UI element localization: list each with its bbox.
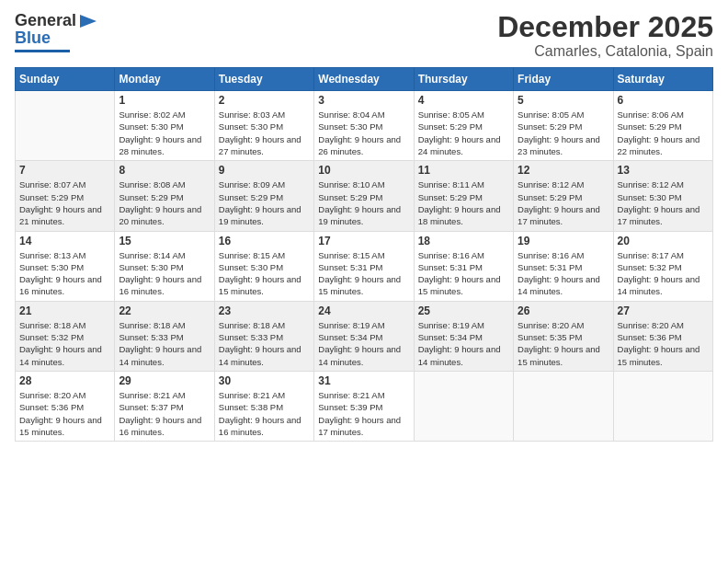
day-info: Sunrise: 8:12 AM Sunset: 5:29 PM Dayligh… — [518, 178, 609, 227]
day-info: Sunrise: 8:08 AM Sunset: 5:29 PM Dayligh… — [119, 178, 210, 227]
calendar-table: Sunday Monday Tuesday Wednesday Thursday… — [15, 67, 713, 442]
table-row: 15Sunrise: 8:14 AM Sunset: 5:30 PM Dayli… — [115, 231, 214, 301]
table-row: 14Sunrise: 8:13 AM Sunset: 5:30 PM Dayli… — [16, 231, 115, 301]
day-number: 30 — [219, 374, 310, 387]
day-info: Sunrise: 8:17 AM Sunset: 5:32 PM Dayligh… — [618, 249, 709, 298]
day-info: Sunrise: 8:20 AM Sunset: 5:36 PM Dayligh… — [618, 319, 709, 368]
table-row: 20Sunrise: 8:17 AM Sunset: 5:32 PM Dayli… — [613, 231, 712, 301]
day-number: 24 — [318, 304, 409, 317]
day-info: Sunrise: 8:13 AM Sunset: 5:30 PM Dayligh… — [19, 249, 110, 298]
table-row — [16, 91, 115, 161]
title-block: December 2025 Camarles, Catalonia, Spain — [497, 11, 713, 60]
day-number: 20 — [618, 235, 709, 247]
day-info: Sunrise: 8:20 AM Sunset: 5:35 PM Dayligh… — [518, 319, 609, 368]
day-info: Sunrise: 8:21 AM Sunset: 5:39 PM Dayligh… — [318, 389, 409, 438]
day-number: 18 — [418, 235, 509, 247]
day-number: 31 — [318, 374, 409, 387]
day-info: Sunrise: 8:09 AM Sunset: 5:29 PM Dayligh… — [219, 178, 310, 227]
table-row: 10Sunrise: 8:10 AM Sunset: 5:29 PM Dayli… — [314, 161, 414, 231]
day-number: 7 — [19, 164, 110, 177]
table-row: 4Sunrise: 8:05 AM Sunset: 5:29 PM Daylig… — [414, 91, 513, 161]
day-number: 26 — [518, 304, 609, 317]
table-row: 6Sunrise: 8:06 AM Sunset: 5:29 PM Daylig… — [613, 91, 712, 161]
table-row — [414, 371, 513, 441]
day-info: Sunrise: 8:21 AM Sunset: 5:38 PM Dayligh… — [219, 389, 310, 438]
table-row: 12Sunrise: 8:12 AM Sunset: 5:29 PM Dayli… — [514, 161, 613, 231]
day-number: 27 — [618, 304, 709, 317]
day-info: Sunrise: 8:14 AM Sunset: 5:30 PM Dayligh… — [119, 249, 210, 298]
day-number: 13 — [618, 164, 709, 177]
table-row: 13Sunrise: 8:12 AM Sunset: 5:30 PM Dayli… — [613, 161, 712, 231]
calendar-week-row: 14Sunrise: 8:13 AM Sunset: 5:30 PM Dayli… — [16, 231, 713, 301]
logo-blue: Blue — [15, 29, 51, 47]
logo-general: General — [15, 11, 76, 30]
day-number: 4 — [418, 94, 509, 107]
day-number: 15 — [119, 235, 210, 247]
table-row: 2Sunrise: 8:03 AM Sunset: 5:30 PM Daylig… — [214, 91, 313, 161]
table-row: 28Sunrise: 8:20 AM Sunset: 5:36 PM Dayli… — [16, 371, 115, 441]
day-info: Sunrise: 8:19 AM Sunset: 5:34 PM Dayligh… — [418, 319, 509, 368]
header-wednesday: Wednesday — [314, 68, 414, 91]
day-number: 23 — [219, 304, 310, 317]
table-row: 8Sunrise: 8:08 AM Sunset: 5:29 PM Daylig… — [115, 161, 214, 231]
day-info: Sunrise: 8:18 AM Sunset: 5:32 PM Dayligh… — [19, 319, 110, 368]
page: General Blue December 2025 Camarles, Cat… — [0, 0, 728, 563]
table-row: 23Sunrise: 8:18 AM Sunset: 5:33 PM Dayli… — [214, 301, 313, 371]
day-number: 19 — [518, 235, 609, 247]
day-info: Sunrise: 8:15 AM Sunset: 5:30 PM Dayligh… — [219, 249, 310, 298]
table-row: 24Sunrise: 8:19 AM Sunset: 5:34 PM Dayli… — [314, 301, 414, 371]
header-thursday: Thursday — [414, 68, 513, 91]
calendar-header-row: Sunday Monday Tuesday Wednesday Thursday… — [16, 68, 713, 91]
day-info: Sunrise: 8:19 AM Sunset: 5:34 PM Dayligh… — [318, 319, 409, 368]
svg-marker-0 — [80, 15, 97, 28]
header-monday: Monday — [115, 68, 214, 91]
calendar-week-row: 7Sunrise: 8:07 AM Sunset: 5:29 PM Daylig… — [16, 161, 713, 231]
table-row: 30Sunrise: 8:21 AM Sunset: 5:38 PM Dayli… — [214, 371, 313, 441]
header-sunday: Sunday — [16, 68, 115, 91]
table-row: 17Sunrise: 8:15 AM Sunset: 5:31 PM Dayli… — [314, 231, 414, 301]
table-row: 26Sunrise: 8:20 AM Sunset: 5:35 PM Dayli… — [514, 301, 613, 371]
day-number: 11 — [418, 164, 509, 177]
table-row: 27Sunrise: 8:20 AM Sunset: 5:36 PM Dayli… — [613, 301, 712, 371]
table-row: 11Sunrise: 8:11 AM Sunset: 5:29 PM Dayli… — [414, 161, 513, 231]
table-row: 25Sunrise: 8:19 AM Sunset: 5:34 PM Dayli… — [414, 301, 513, 371]
day-info: Sunrise: 8:02 AM Sunset: 5:30 PM Dayligh… — [119, 109, 210, 157]
day-info: Sunrise: 8:16 AM Sunset: 5:31 PM Dayligh… — [418, 249, 509, 298]
day-number: 5 — [518, 94, 609, 107]
day-number: 25 — [418, 304, 509, 317]
day-info: Sunrise: 8:05 AM Sunset: 5:29 PM Dayligh… — [518, 109, 609, 157]
table-row: 18Sunrise: 8:16 AM Sunset: 5:31 PM Dayli… — [414, 231, 513, 301]
table-row: 16Sunrise: 8:15 AM Sunset: 5:30 PM Dayli… — [214, 231, 313, 301]
day-info: Sunrise: 8:07 AM Sunset: 5:29 PM Dayligh… — [19, 178, 110, 227]
logo-flag-icon — [78, 13, 98, 29]
table-row: 31Sunrise: 8:21 AM Sunset: 5:39 PM Dayli… — [314, 371, 414, 441]
day-number: 16 — [219, 235, 310, 247]
calendar-week-row: 28Sunrise: 8:20 AM Sunset: 5:36 PM Dayli… — [16, 371, 713, 441]
table-row: 19Sunrise: 8:16 AM Sunset: 5:31 PM Dayli… — [514, 231, 613, 301]
day-number: 10 — [318, 164, 409, 177]
day-info: Sunrise: 8:15 AM Sunset: 5:31 PM Dayligh… — [318, 249, 409, 298]
day-number: 3 — [318, 94, 409, 107]
logo-underline — [15, 50, 70, 52]
header-saturday: Saturday — [613, 68, 712, 91]
day-number: 12 — [518, 164, 609, 177]
month-title: December 2025 — [497, 11, 713, 43]
header-tuesday: Tuesday — [214, 68, 313, 91]
day-info: Sunrise: 8:11 AM Sunset: 5:29 PM Dayligh… — [418, 178, 509, 227]
day-info: Sunrise: 8:12 AM Sunset: 5:30 PM Dayligh… — [618, 178, 709, 227]
day-info: Sunrise: 8:21 AM Sunset: 5:37 PM Dayligh… — [119, 389, 210, 438]
table-row: 9Sunrise: 8:09 AM Sunset: 5:29 PM Daylig… — [214, 161, 313, 231]
header-friday: Friday — [514, 68, 613, 91]
table-row: 21Sunrise: 8:18 AM Sunset: 5:32 PM Dayli… — [16, 301, 115, 371]
day-number: 9 — [219, 164, 310, 177]
table-row: 5Sunrise: 8:05 AM Sunset: 5:29 PM Daylig… — [514, 91, 613, 161]
table-row: 7Sunrise: 8:07 AM Sunset: 5:29 PM Daylig… — [16, 161, 115, 231]
location-title: Camarles, Catalonia, Spain — [497, 43, 713, 60]
day-info: Sunrise: 8:04 AM Sunset: 5:30 PM Dayligh… — [318, 109, 409, 157]
day-info: Sunrise: 8:18 AM Sunset: 5:33 PM Dayligh… — [119, 319, 210, 368]
day-number: 28 — [19, 374, 110, 387]
day-number: 21 — [19, 304, 110, 317]
day-info: Sunrise: 8:10 AM Sunset: 5:29 PM Dayligh… — [318, 178, 409, 227]
table-row: 3Sunrise: 8:04 AM Sunset: 5:30 PM Daylig… — [314, 91, 414, 161]
day-info: Sunrise: 8:20 AM Sunset: 5:36 PM Dayligh… — [19, 389, 110, 438]
